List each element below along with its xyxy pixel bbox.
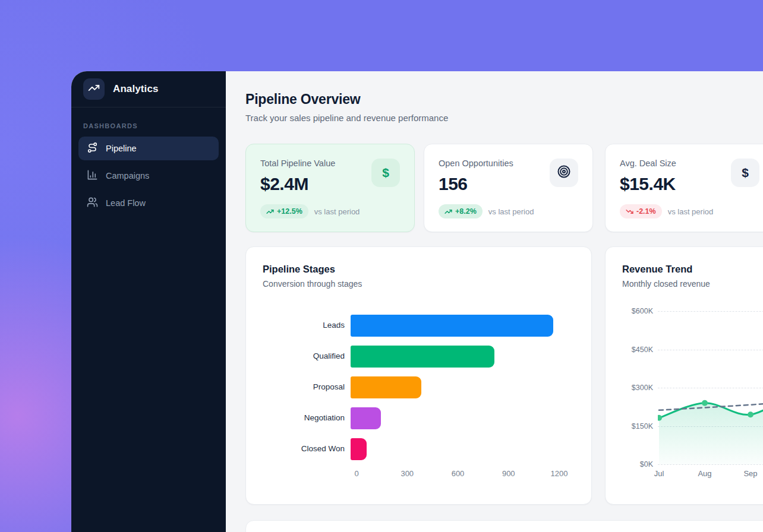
data-point[interactable] — [702, 400, 708, 406]
kpi-footer: -2.1% vs last period — [620, 204, 713, 218]
sidebar: Analytics DASHBOARDS Pipeline Campaigns — [71, 71, 226, 532]
funnel-bar-track — [351, 407, 553, 429]
revenue-area-fill — [659, 390, 763, 464]
funnel-bar-track — [351, 376, 553, 398]
funnel-axis-tick: 1200 — [551, 469, 568, 478]
sidebar-item-label: Pipeline — [106, 144, 137, 153]
funnel-category-label: Closed Won — [263, 444, 351, 454]
trending-up-icon — [88, 82, 100, 96]
kpi-delta-badge: -2.1% — [620, 204, 662, 218]
y-axis-tick: $600K — [622, 307, 653, 315]
app-logo — [83, 78, 105, 100]
data-point[interactable] — [748, 411, 753, 417]
sidebar-item-campaigns[interactable]: Campaigns — [78, 164, 219, 188]
revenue-plot-svg — [658, 298, 763, 482]
chart-subtitle: Monthly closed revenue — [622, 279, 763, 289]
funnel-bar[interactable] — [351, 438, 367, 460]
funnel-axis-tick: 900 — [502, 469, 515, 478]
sidebar-item-label: Lead Flow — [106, 198, 146, 208]
sidebar-item-lead-flow[interactable]: Lead Flow — [78, 191, 219, 215]
funnel-row: Negotiation — [263, 407, 575, 429]
revenue-plot: $0K$150K$300K$450K$600KJulAugSep — [622, 298, 763, 482]
kpi-row: Total Pipeline Value $2.4M +12.5% vs las… — [245, 144, 763, 232]
kpi-delta-value: +8.2% — [455, 207, 477, 216]
funnel-row: Qualified — [263, 346, 575, 368]
trending-down-icon — [626, 208, 633, 216]
funnel-row: Closed Won — [263, 438, 575, 460]
kpi-icon-box: $ — [731, 159, 759, 187]
funnel-rows: LeadsQualifiedProposalNegotiationClosed … — [263, 315, 575, 460]
y-axis-tick: $300K — [622, 384, 653, 392]
kpi-footer: +8.2% vs last period — [439, 204, 534, 218]
sidebar-header: Analytics — [71, 71, 226, 107]
kpi-card-open-opportunities: Open Opportunities 156 +8.2% vs last per… — [424, 144, 593, 232]
y-axis-tick: $450K — [622, 346, 653, 354]
y-axis-tick: $0K — [622, 460, 653, 468]
funnel-bar[interactable] — [351, 376, 421, 398]
kpi-delta-badge: +12.5% — [260, 204, 308, 218]
pipeline-stages-card: Pipeline Stages Conversion through stage… — [245, 246, 592, 505]
chart-title: Pipeline Stages — [263, 264, 575, 275]
users-icon — [87, 197, 98, 210]
funnel-bar[interactable] — [351, 346, 494, 368]
funnel-bar[interactable] — [351, 407, 381, 429]
kpi-icon-box — [550, 159, 578, 187]
kpi-card-avg-deal-size: Avg. Deal Size $15.4K -2.1% vs last peri… — [605, 144, 763, 232]
funnel-category-label: Negotiation — [263, 413, 351, 423]
funnel-row: Leads — [263, 315, 575, 337]
route-icon — [87, 142, 98, 155]
app-title: Analytics — [113, 83, 159, 95]
charts-row: Pipeline Stages Conversion through stage… — [245, 246, 763, 505]
dollar-icon: $ — [742, 166, 749, 180]
funnel-bar[interactable] — [351, 315, 553, 337]
main-content: Pipeline Overview Track your sales pipel… — [226, 71, 763, 532]
funnel-axis: 03006009001200 — [357, 469, 575, 480]
kpi-comparison-label: vs last period — [314, 207, 360, 216]
kpi-delta-value: +12.5% — [277, 207, 302, 216]
funnel-axis-tick: 600 — [452, 469, 465, 478]
page-title: Pipeline Overview — [245, 91, 763, 107]
kpi-icon-box: $ — [371, 159, 400, 187]
funnel-category-label: Leads — [263, 321, 351, 331]
trending-up-icon — [444, 208, 452, 216]
funnel-axis-tick: 0 — [354, 469, 358, 478]
sidebar-nav: Pipeline Campaigns Lead Flow — [71, 137, 226, 215]
app-window: Analytics DASHBOARDS Pipeline Campaigns — [71, 71, 763, 532]
dollar-icon: $ — [382, 166, 389, 180]
funnel-axis-tick: 300 — [401, 469, 414, 478]
revenue-trend-card: Revenue Trend Monthly closed revenue $0K… — [605, 246, 763, 505]
sidebar-section-label: DASHBOARDS — [83, 122, 214, 129]
target-icon — [557, 164, 571, 181]
funnel-bar-track — [351, 438, 553, 460]
bar-chart-icon — [87, 169, 98, 182]
funnel-category-label: Qualified — [263, 352, 351, 362]
sidebar-item-pipeline[interactable]: Pipeline — [78, 137, 219, 160]
funnel-row: Proposal — [263, 376, 575, 398]
chart-subtitle: Conversion through stages — [263, 279, 575, 289]
funnel-bar-track — [351, 315, 553, 337]
kpi-delta-value: -2.1% — [636, 207, 656, 216]
bottom-partial-card — [245, 520, 763, 532]
kpi-comparison-label: vs last period — [668, 207, 714, 216]
page-subtitle: Track your sales pipeline and revenue pe… — [245, 113, 763, 123]
kpi-footer: +12.5% vs last period — [260, 204, 360, 218]
trending-up-icon — [266, 208, 274, 216]
kpi-comparison-label: vs last period — [488, 207, 534, 216]
kpi-card-total-pipeline-value: Total Pipeline Value $2.4M +12.5% vs las… — [245, 144, 415, 232]
sidebar-item-label: Campaigns — [106, 171, 149, 180]
kpi-delta-badge: +8.2% — [439, 204, 483, 218]
y-axis-tick: $150K — [622, 422, 653, 430]
funnel-bar-track — [351, 346, 553, 368]
chart-title: Revenue Trend — [622, 264, 763, 275]
funnel-category-label: Proposal — [263, 382, 351, 392]
